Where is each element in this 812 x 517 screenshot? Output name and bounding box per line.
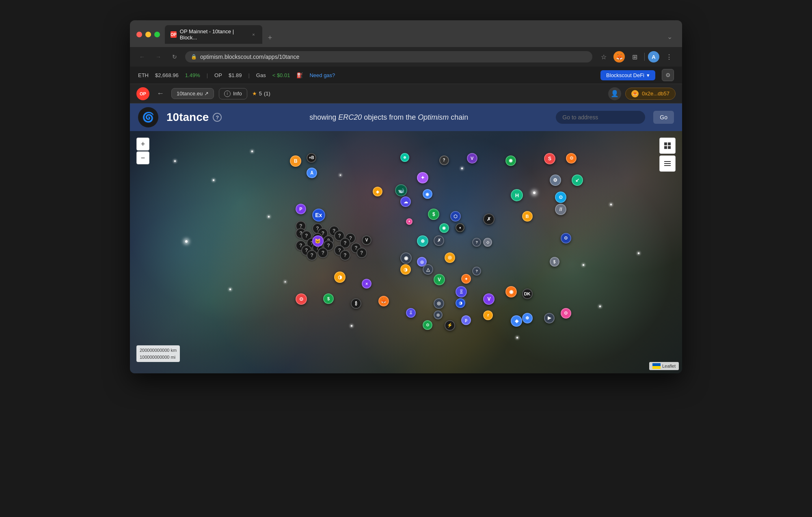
- token-icon[interactable]: B: [522, 211, 533, 222]
- address-bar[interactable]: 🔒 optimism.blockscout.com/apps/10tance: [185, 51, 592, 62]
- browser-titlebar: OP OP Mainnet - 10tance | Block... × + ⌄: [130, 20, 682, 47]
- token-icon[interactable]: B: [290, 155, 301, 167]
- token-icon[interactable]: $: [323, 293, 334, 304]
- token-icon[interactable]: Ex: [312, 209, 325, 222]
- need-gas-link[interactable]: Need gas?: [309, 72, 335, 78]
- app-title-text: 10tance: [166, 111, 209, 124]
- sparkle: [174, 160, 176, 162]
- token-icon[interactable]: ⬡: [450, 211, 461, 222]
- svg-rect-6: [664, 165, 671, 166]
- token-icon[interactable]: ◇: [483, 238, 492, 247]
- token-icon[interactable]: ◈: [511, 315, 522, 327]
- token-icon[interactable]: ✗: [434, 235, 444, 246]
- bookmark-button[interactable]: ☆: [597, 50, 610, 63]
- info-bar: ETH $2,668.96 1.49% | OP $1.89 | Gas < $…: [130, 67, 682, 84]
- close-button[interactable]: [136, 32, 142, 37]
- token-icon[interactable]: Ā: [307, 168, 317, 178]
- token-icon[interactable]: ⚙: [550, 174, 561, 186]
- back-button[interactable]: ←: [136, 51, 148, 62]
- info-button[interactable]: i Info: [219, 88, 247, 99]
- map-container[interactable]: ?????????????????????? B+B⊕?V◉S⊙Ā✦⚙↙🐋◉H⊙…: [130, 131, 682, 373]
- unknown-token[interactable]: ?: [356, 248, 367, 258]
- expand-tabs-button[interactable]: ⌄: [664, 30, 676, 44]
- layer-button-1[interactable]: [659, 138, 676, 154]
- forward-button[interactable]: →: [153, 51, 164, 62]
- token-icon[interactable]: r: [483, 310, 493, 320]
- wallet-button[interactable]: 🦊 0x2e...db57: [625, 88, 676, 100]
- token-icon[interactable]: ⊙: [561, 308, 571, 319]
- token-icon[interactable]: ⊙: [561, 233, 571, 243]
- token-icon[interactable]: ⊕: [522, 313, 533, 323]
- layer-button-2[interactable]: [659, 155, 676, 172]
- extensions-button[interactable]: ⊞: [628, 50, 641, 63]
- star-rating-button[interactable]: ★ 5 (1): [252, 90, 270, 97]
- token-icon[interactable]: +B: [307, 153, 316, 163]
- token-icon[interactable]: ◉: [400, 252, 412, 264]
- token-icon[interactable]: ⊙: [423, 320, 432, 330]
- user-icon-button[interactable]: 👤: [608, 87, 621, 100]
- tab-title: OP Mainnet - 10tance | Block...: [180, 28, 247, 41]
- app-back-button[interactable]: ←: [154, 88, 166, 100]
- token-icon[interactable]: 🐋: [395, 184, 407, 196]
- token-icon[interactable]: P: [296, 204, 306, 214]
- zoom-in-button[interactable]: +: [136, 138, 149, 151]
- metamask-extension-icon[interactable]: 🦊: [613, 51, 625, 62]
- token-icon[interactable]: ▶: [544, 313, 555, 323]
- blockscout-defi-button[interactable]: Blockscout DeFi ▾: [600, 70, 655, 80]
- token-icon[interactable]: ✦: [406, 218, 412, 225]
- token-icon[interactable]: ◎: [434, 310, 443, 319]
- token-icon[interactable]: ◎: [434, 298, 444, 309]
- token-icon[interactable]: ⊙: [566, 153, 577, 164]
- go-button[interactable]: Go: [653, 111, 674, 124]
- address-text: optimism.blockscout.com/apps/10tance: [200, 54, 299, 60]
- star-count: (1): [264, 90, 270, 97]
- token-icon[interactable]: ⚡: [445, 320, 455, 331]
- new-tab-button[interactable]: +: [264, 32, 276, 44]
- token-icon[interactable]: ◉: [439, 223, 449, 233]
- token-icon[interactable]: ◎: [445, 252, 455, 263]
- unknown-token[interactable]: ?: [317, 248, 328, 258]
- maximize-button[interactable]: [154, 32, 160, 37]
- token-icon[interactable]: 🦊: [378, 296, 389, 306]
- minimize-button[interactable]: [145, 32, 151, 37]
- star-rating: 5: [259, 90, 262, 97]
- layer-controls: [659, 138, 676, 172]
- svg-rect-0: [664, 142, 667, 145]
- tab-bar: OP OP Mainnet - 10tance | Block... × + ⌄: [165, 25, 676, 44]
- browser-toolbar: ← → ↻ 🔒 optimism.blockscout.com/apps/10t…: [130, 47, 682, 67]
- token-icon[interactable]: DK: [522, 289, 533, 299]
- token-icon[interactable]: p: [461, 315, 471, 325]
- token-icon[interactable]: V: [362, 235, 371, 245]
- token-icon[interactable]: △: [423, 264, 433, 275]
- token-icon[interactable]: ?: [472, 238, 481, 247]
- menu-button[interactable]: ⋮: [663, 50, 676, 63]
- token-icon[interactable]: ⊙: [296, 293, 307, 305]
- gas-emoji: ⛽: [296, 72, 303, 78]
- user-profile-icon[interactable]: A: [648, 51, 659, 62]
- refresh-button[interactable]: ↻: [169, 51, 180, 62]
- gas-value: < $0.01: [272, 72, 290, 78]
- tab-close-button[interactable]: ×: [251, 31, 257, 38]
- leaflet-attribution: Leaflet: [649, 362, 679, 370]
- token-icon[interactable]: ₿: [351, 298, 361, 309]
- token-icon[interactable]: ⊕: [400, 153, 409, 162]
- site-badge[interactable]: 10tance.eu ↗: [171, 88, 214, 99]
- token-icon[interactable]: S: [544, 153, 555, 164]
- token-icon[interactable]: ◉: [505, 155, 516, 166]
- zoom-out-button[interactable]: −: [136, 151, 149, 164]
- unknown-token[interactable]: ?: [307, 250, 317, 261]
- go-to-address-input[interactable]: [556, 111, 645, 124]
- token-icon[interactable]: Ξ: [406, 308, 416, 318]
- token-icon[interactable]: 🐱: [312, 235, 324, 247]
- token-icon[interactable]: ◉: [505, 286, 517, 297]
- active-tab[interactable]: OP OP Mainnet - 10tance | Block... ×: [165, 25, 262, 44]
- token-icon[interactable]: ⊛: [417, 235, 428, 247]
- token-icon[interactable]: V: [467, 153, 477, 164]
- token-icon[interactable]: ◉: [423, 189, 432, 199]
- token-icon[interactable]: $: [550, 257, 559, 267]
- wallet-address: 0x2e...db57: [642, 90, 669, 97]
- token-icon[interactable]: ?: [439, 155, 449, 165]
- help-icon-button[interactable]: ?: [213, 113, 222, 122]
- settings-icon-button[interactable]: ⚙: [662, 69, 674, 81]
- unknown-token[interactable]: ?: [340, 250, 350, 261]
